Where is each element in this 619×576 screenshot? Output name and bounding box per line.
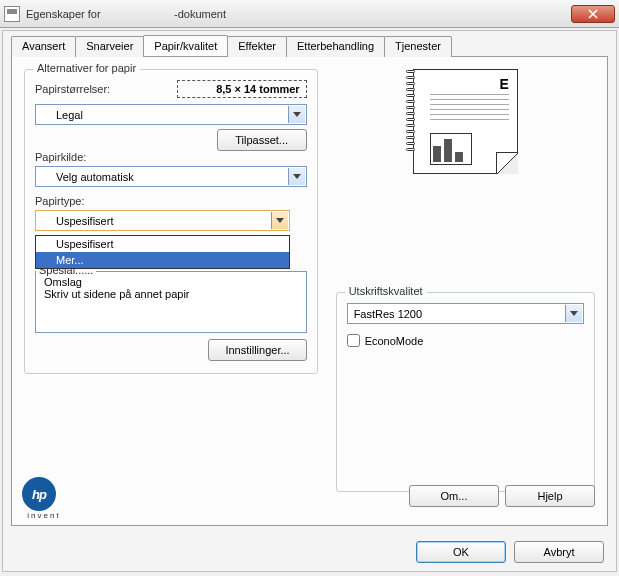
title-blurred <box>104 8 171 20</box>
preview-text-lines <box>430 94 509 124</box>
paper-source-selected: Velg automatisk <box>56 171 134 183</box>
hp-logo-sub: invent <box>22 511 66 520</box>
paper-size-readout: 8,5 × 14 tommer <box>177 80 307 98</box>
paper-type-option-more[interactable]: Mer... <box>36 252 289 268</box>
economode-input[interactable] <box>347 334 360 347</box>
help-button[interactable]: Hjelp <box>505 485 595 507</box>
dialog-footer: OK Avbryt <box>416 541 604 563</box>
list-item[interactable]: Skriv ut sidene på annet papir <box>44 288 298 300</box>
paper-type-combo[interactable]: Uspesifisert <box>35 210 290 231</box>
paper-type-dropdown: Uspesifisert Mer... <box>35 235 290 269</box>
economode-checkbox[interactable]: EconoMode <box>347 334 584 347</box>
chevron-down-icon <box>565 305 582 322</box>
paper-size-selected: Legal <box>56 109 83 121</box>
paper-source-label: Papirkilde: <box>35 151 307 163</box>
print-quality-legend: Utskriftskvalitet <box>345 285 427 297</box>
paper-size-combo[interactable]: Legal <box>35 104 307 125</box>
ok-button[interactable]: OK <box>416 541 506 563</box>
special-pages-list[interactable]: Spesial...... Omslag Skriv ut sidene på … <box>35 271 307 333</box>
chevron-down-icon <box>288 168 305 185</box>
print-quality-combo[interactable]: FastRes 1200 <box>347 303 584 324</box>
tab-effects[interactable]: Effekter <box>227 36 287 57</box>
paper-options-legend: Alternativer for papir <box>33 62 140 74</box>
tab-shortcuts[interactable]: Snarveier <box>75 36 144 57</box>
print-quality-group: Utskriftskvalitet FastRes 1200 EconoMode <box>336 292 595 492</box>
cancel-button[interactable]: Avbryt <box>514 541 604 563</box>
paper-options-group: Alternativer for papir Papirstørrelser: … <box>24 69 318 374</box>
title-bar: Egenskaper for -dokument <box>0 0 619 28</box>
app-icon <box>4 6 20 22</box>
custom-size-button[interactable]: Tilpasset... <box>217 129 307 151</box>
tab-paper-quality[interactable]: Papir/kvalitet <box>143 35 228 56</box>
close-icon <box>588 9 598 19</box>
paper-type-selected: Uspesifisert <box>56 215 113 227</box>
paper-sizes-label: Papirstørrelser: <box>35 83 110 95</box>
close-button[interactable] <box>571 5 615 23</box>
preview-letter-e: E <box>499 76 508 92</box>
paper-type-option-unspecified[interactable]: Uspesifisert <box>36 236 289 252</box>
tab-strip: Avansert Snarveier Papir/kvalitet Effekt… <box>11 36 608 57</box>
hp-logo-mark: hp <box>22 477 56 511</box>
spiral-binding-icon <box>406 70 416 173</box>
paper-source-combo[interactable]: Velg automatisk <box>35 166 307 187</box>
tab-services[interactable]: Tjenester <box>384 36 452 57</box>
settings-button[interactable]: Innstillinger... <box>208 339 306 361</box>
print-quality-selected: FastRes 1200 <box>354 308 422 320</box>
chevron-down-icon <box>288 106 305 123</box>
window-title: Egenskaper for -dokument <box>26 8 571 20</box>
title-suffix: -dokument <box>174 8 226 20</box>
window-body: Avansert Snarveier Papir/kvalitet Effekt… <box>2 30 617 572</box>
chevron-down-icon <box>271 212 288 229</box>
title-prefix: Egenskaper for <box>26 8 101 20</box>
preview-chart-icon <box>430 133 472 165</box>
page-preview: E <box>413 69 518 174</box>
tab-finishing[interactable]: Etterbehandling <box>286 36 385 57</box>
tab-advanced[interactable]: Avansert <box>11 36 76 57</box>
about-button[interactable]: Om... <box>409 485 499 507</box>
page-curl-icon <box>496 152 518 174</box>
list-item[interactable]: Omslag <box>44 276 298 288</box>
economode-label: EconoMode <box>365 335 424 347</box>
hp-logo: hp invent <box>22 477 66 517</box>
tab-panel: Alternativer for papir Papirstørrelser: … <box>11 56 608 526</box>
paper-type-label: Papirtype: <box>35 195 307 207</box>
